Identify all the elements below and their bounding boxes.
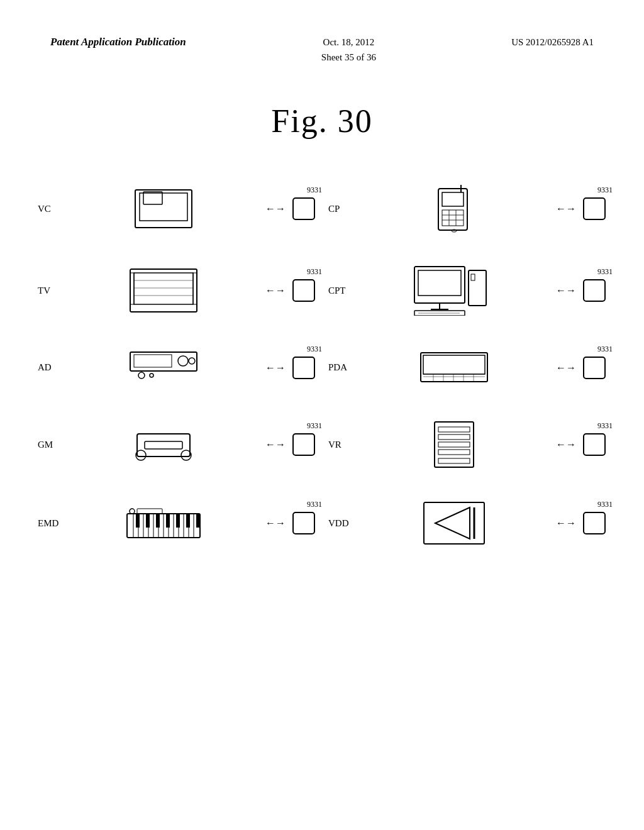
svg-rect-77 <box>146 514 150 528</box>
tv-arrow: ←→ <box>265 285 286 296</box>
vdd-label: VDD <box>328 518 352 529</box>
pda-node-label: 9331 <box>597 345 613 354</box>
emd-icon <box>68 506 259 541</box>
svg-rect-15 <box>134 273 193 304</box>
pda-arrow: ←→ <box>556 362 576 374</box>
svg-rect-56 <box>438 442 470 447</box>
gm-icon <box>68 428 259 462</box>
tv-label: TV <box>38 285 62 296</box>
tv-icon <box>68 268 259 313</box>
svg-rect-14 <box>130 269 197 312</box>
svg-point-35 <box>138 372 145 379</box>
svg-rect-62 <box>137 509 162 514</box>
diagram-area: VC ←→ 9331 <box>0 171 644 577</box>
cp-label: CP <box>328 204 352 214</box>
svg-marker-85 <box>435 507 470 539</box>
pda-node: 9331 <box>582 356 606 380</box>
emd-node-label: 9331 <box>307 500 322 509</box>
svg-rect-7 <box>442 210 464 226</box>
tv-row: TV ←→ <box>38 259 316 322</box>
vdd-arrow: ←→ <box>556 517 576 529</box>
patent-page: Patent Application Publication Oct. 18, … <box>0 0 644 830</box>
ad-node-label: 9331 <box>307 345 322 354</box>
svg-rect-78 <box>156 514 160 528</box>
vc-arrow: ←→ <box>265 203 286 214</box>
vr-node-label: 9331 <box>597 421 613 431</box>
pda-row: PDA <box>328 341 606 394</box>
cpt-icon <box>358 265 550 316</box>
cp-node: 9331 <box>582 197 606 221</box>
svg-rect-82 <box>196 514 199 528</box>
tv-node: 9331 <box>292 279 316 302</box>
vc-label: VC <box>38 204 62 214</box>
header-publication-label: Patent Application Publication <box>50 35 186 50</box>
page-header: Patent Application Publication Oct. 18, … <box>0 0 644 65</box>
svg-rect-32 <box>134 355 172 367</box>
svg-rect-80 <box>176 514 180 528</box>
vc-row: VC ←→ 9331 <box>38 177 316 240</box>
emd-label: EMD <box>38 518 62 529</box>
svg-rect-37 <box>293 357 314 379</box>
svg-rect-58 <box>438 458 470 463</box>
svg-rect-38 <box>421 353 487 382</box>
svg-rect-39 <box>423 355 485 374</box>
vdd-node-label: 9331 <box>597 500 613 509</box>
cp-row: CP <box>328 177 606 240</box>
gm-row: GM ←→ 9331 <box>38 413 316 476</box>
vr-icon <box>358 419 550 470</box>
header-patent-number: US 2012/0265928 A1 <box>511 35 594 50</box>
svg-rect-79 <box>166 514 170 528</box>
svg-rect-5 <box>438 189 467 230</box>
svg-rect-22 <box>414 267 465 303</box>
svg-point-34 <box>189 358 195 364</box>
cpt-label: CPT <box>328 285 352 296</box>
svg-rect-47 <box>584 357 605 379</box>
gm-node-label: 9331 <box>307 421 322 431</box>
svg-rect-54 <box>438 427 470 432</box>
cpt-node-label: 9331 <box>597 267 613 277</box>
emd-node: 9331 <box>292 511 316 535</box>
svg-rect-30 <box>584 280 605 301</box>
svg-rect-2 <box>143 192 162 204</box>
vr-node: 9331 <box>582 433 606 456</box>
svg-rect-76 <box>136 514 140 528</box>
svg-rect-3 <box>293 198 314 219</box>
vr-arrow: ←→ <box>556 439 576 450</box>
ad-icon <box>68 347 259 388</box>
ad-row: AD ←→ <box>38 341 316 394</box>
svg-rect-53 <box>435 422 474 467</box>
header-date-sheet: Oct. 18, 2012 Sheet 35 of 36 <box>321 35 376 65</box>
emd-row: EMD <box>38 495 316 551</box>
vc-icon <box>68 187 259 231</box>
vr-label: VR <box>328 440 352 450</box>
emd-arrow: ←→ <box>265 517 286 529</box>
cp-arrow: ←→ <box>556 203 576 214</box>
cpt-row: CPT <box>328 259 606 322</box>
cpt-arrow: ←→ <box>556 285 576 296</box>
vc-node: 9331 <box>292 197 316 221</box>
cp-node-label: 9331 <box>597 185 613 195</box>
vdd-row: VDD ←→ 9331 <box>328 495 606 551</box>
svg-rect-49 <box>145 441 182 449</box>
vdd-node: 9331 <box>582 511 606 535</box>
diagram-grid: VC ←→ 9331 <box>38 177 606 551</box>
ad-label: AD <box>38 362 62 373</box>
pda-label: PDA <box>328 362 352 373</box>
cpt-node: 9331 <box>582 279 606 302</box>
tv-node-label: 9331 <box>307 267 322 277</box>
svg-rect-81 <box>186 514 190 528</box>
svg-rect-1 <box>140 193 187 221</box>
pda-icon <box>358 350 550 385</box>
vdd-icon <box>358 501 550 545</box>
svg-point-33 <box>178 356 188 366</box>
svg-rect-83 <box>293 512 314 534</box>
svg-rect-57 <box>438 450 470 455</box>
ad-node: 9331 <box>292 356 316 380</box>
svg-rect-59 <box>584 434 605 455</box>
ad-arrow: ←→ <box>265 362 286 374</box>
svg-rect-87 <box>584 512 605 534</box>
figure-title: Fig. 30 <box>0 102 644 140</box>
vc-node-label: 9331 <box>307 185 322 195</box>
svg-point-36 <box>150 374 153 377</box>
svg-rect-23 <box>418 270 461 296</box>
